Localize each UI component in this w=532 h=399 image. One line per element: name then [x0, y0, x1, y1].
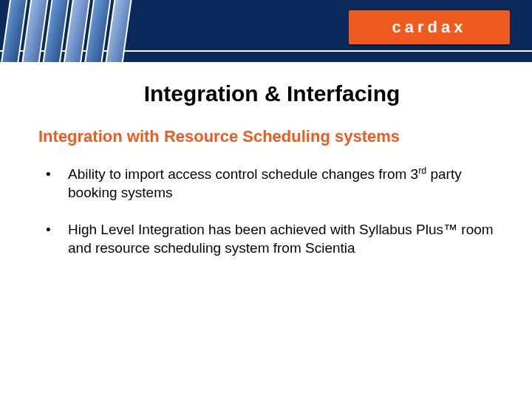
bullet-text-pre: Ability to import access control schedul… — [68, 166, 418, 182]
brand-logo: cardax — [349, 10, 510, 44]
page-title: Integration & Interfacing — [38, 81, 505, 106]
brand-logo-text: cardax — [392, 18, 467, 37]
content-area: Integration & Interfacing Integration wi… — [38, 74, 505, 277]
slide: cardax Integration & Interfacing Integra… — [0, 0, 532, 399]
bullet-superscript: rd — [418, 166, 426, 176]
bullet-list: Ability to import access control schedul… — [46, 166, 505, 258]
list-item: High Level Integration has been achieved… — [46, 221, 505, 257]
building-graphic-icon — [0, 0, 140, 62]
list-item: Ability to import access control schedul… — [46, 166, 505, 202]
bullet-text-pre: High Level Integration has been achieved… — [68, 222, 494, 256]
header-bar: cardax — [0, 0, 532, 64]
page-subtitle: Integration with Resource Scheduling sys… — [38, 127, 505, 146]
